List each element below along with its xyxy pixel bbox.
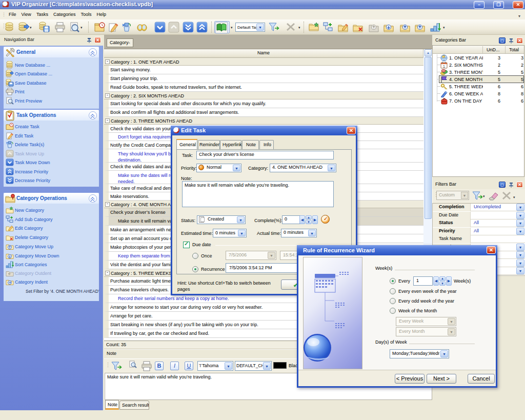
svg-text:1: 1: [443, 65, 445, 68]
